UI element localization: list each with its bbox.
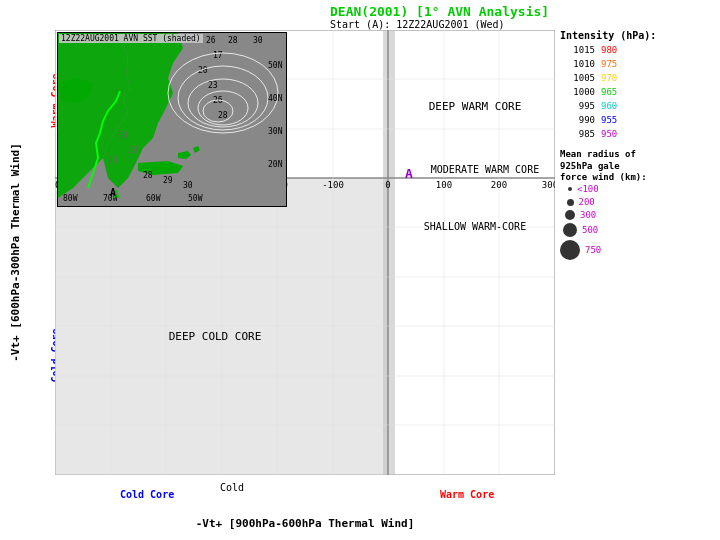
legend-row: 1005970 <box>560 71 715 85</box>
svg-rect-1 <box>55 178 388 475</box>
svg-text:26: 26 <box>206 36 216 45</box>
start-line: Start (A): 12Z22AUG2001 (Wed) <box>330 19 715 30</box>
svg-text:30: 30 <box>253 36 263 45</box>
svg-text:40N: 40N <box>268 94 283 103</box>
legend-left-value: 1005 <box>560 73 598 83</box>
radius-label: <100 <box>577 184 599 194</box>
svg-text:23: 23 <box>208 81 218 90</box>
inset-map: 12Z22AUG2001 AVN SST (shaded) 17 20 23 2… <box>57 32 287 207</box>
legend-row: 1010975 <box>560 57 715 71</box>
legend-right-value: 960 <box>598 101 636 111</box>
radius-label: 750 <box>585 245 601 255</box>
legend-left-value: 985 <box>560 129 598 139</box>
start-label: Start (A): <box>330 19 390 30</box>
legend-intensity-title: Intensity (hPa): <box>560 30 715 41</box>
y-axis-text: -Vt+ [600hPa-300hPa Thermal Wind] <box>9 143 22 362</box>
legend-left-value: 1000 <box>560 87 598 97</box>
svg-text:28: 28 <box>228 36 238 45</box>
svg-text:0: 0 <box>385 180 390 190</box>
radius-row: 200 <box>560 197 715 207</box>
radius-dot <box>568 187 572 191</box>
svg-text:A: A <box>110 187 116 198</box>
svg-text:300: 300 <box>542 180 555 190</box>
svg-text:28: 28 <box>218 111 228 120</box>
svg-text:17: 17 <box>213 51 223 60</box>
legend-left-value: 990 <box>560 115 598 125</box>
x-cold-label: Cold Core <box>120 489 174 500</box>
legend-right-value: 950 <box>598 129 636 139</box>
radius-row: 300 <box>560 210 715 220</box>
radius-row: 500 <box>560 223 715 237</box>
svg-text:SHALLOW WARM-CORE: SHALLOW WARM-CORE <box>424 221 526 232</box>
svg-text:-100: -100 <box>322 180 344 190</box>
svg-text:60W: 60W <box>146 194 161 203</box>
title-main: DEAN(2001) [1° AVN Analysis] <box>330 4 715 19</box>
legend-radius-title: Mean radius of925hPa galeforce wind (km)… <box>560 149 715 184</box>
x-axis-label: -Vt+ [900hPa-600hPa Thermal Wind] <box>55 517 555 530</box>
inset-svg: 17 20 23 26 28 30 29 28 30 28 26 23 20 1… <box>58 33 287 207</box>
start-value: 12Z22AUG2001 (Wed) <box>396 19 504 30</box>
radius-label: 500 <box>582 225 598 235</box>
radius-label: 200 <box>579 197 595 207</box>
radius-dot <box>560 240 580 260</box>
legend-row: 1015980 <box>560 43 715 57</box>
legend-left-value: 995 <box>560 101 598 111</box>
svg-text:25: 25 <box>108 156 118 165</box>
main-container: DEAN(2001) [1° AVN Analysis] Start (A): … <box>0 0 720 540</box>
radius-label: 300 <box>580 210 596 220</box>
legend-right-value: 975 <box>598 59 636 69</box>
x-warm-label: Warm Core <box>440 489 494 500</box>
legend-right-value: 965 <box>598 87 636 97</box>
svg-text:A: A <box>405 166 413 181</box>
radius-row: 750 <box>560 240 715 260</box>
svg-text:50N: 50N <box>268 61 283 70</box>
svg-text:28: 28 <box>128 146 138 155</box>
legend-right-value: 970 <box>598 73 636 83</box>
svg-text:80W: 80W <box>63 194 78 203</box>
legend-right-value: 955 <box>598 115 636 125</box>
svg-rect-2 <box>383 30 395 475</box>
radius-rows: <100200300500750 <box>560 184 715 260</box>
svg-text:30N: 30N <box>268 127 283 136</box>
legend-row: 990955 <box>560 113 715 127</box>
svg-text:100: 100 <box>436 180 452 190</box>
svg-text:30: 30 <box>118 131 128 140</box>
svg-text:20N: 20N <box>268 160 283 169</box>
inset-title: 12Z22AUG2001 AVN SST (shaded) <box>59 34 203 43</box>
svg-text:DEEP COLD CORE: DEEP COLD CORE <box>169 330 262 343</box>
radius-row: <100 <box>560 184 715 194</box>
svg-text:29: 29 <box>163 176 173 185</box>
legend-rows: 1015980101097510059701000965995960990955… <box>560 43 715 141</box>
legend-right-value: 980 <box>598 45 636 55</box>
legend-left-value: 1015 <box>560 45 598 55</box>
legend: Intensity (hPa): 10159801010975100597010… <box>560 30 715 263</box>
radius-dot <box>563 223 577 237</box>
y-axis-label: -Vt+ [600hPa-300hPa Thermal Wind] <box>0 30 30 475</box>
svg-text:28: 28 <box>143 171 153 180</box>
legend-left-value: 1010 <box>560 59 598 69</box>
legend-row: 985950 <box>560 127 715 141</box>
radius-dot <box>567 199 574 206</box>
svg-text:DEEP WARM CORE: DEEP WARM CORE <box>429 100 522 113</box>
svg-text:200: 200 <box>491 180 507 190</box>
legend-row: 995960 <box>560 99 715 113</box>
cold-label: Cold <box>220 482 244 493</box>
svg-text:MODERATE WARM CORE: MODERATE WARM CORE <box>431 164 539 175</box>
svg-text:30: 30 <box>183 181 193 190</box>
radius-dot <box>565 210 575 220</box>
legend-row: 1000965 <box>560 85 715 99</box>
svg-text:50W: 50W <box>188 194 203 203</box>
